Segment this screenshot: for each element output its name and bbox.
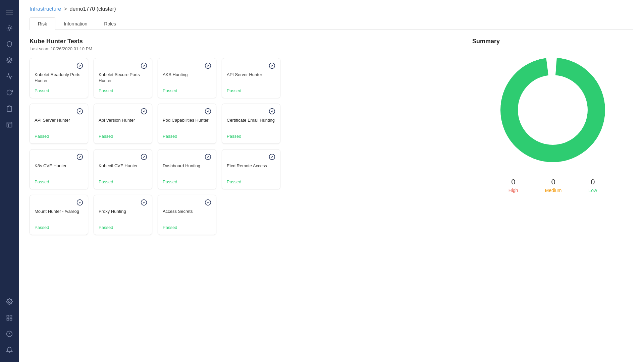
test-card[interactable]: AKS Hunting Passed <box>158 58 216 98</box>
clipboard-icon[interactable] <box>3 102 16 115</box>
card-header <box>35 62 83 69</box>
bell-icon[interactable] <box>3 343 16 357</box>
card-title: API Server Hunter <box>35 117 83 130</box>
card-header <box>163 154 211 160</box>
shield-icon[interactable] <box>3 38 16 51</box>
card-title: API Server Hunter <box>227 72 275 84</box>
svg-rect-12 <box>10 315 12 317</box>
chart-icon[interactable] <box>3 70 16 83</box>
card-header <box>35 199 83 206</box>
card-title: Kubectl CVE Hunter <box>99 163 147 175</box>
donut-chart-container <box>472 53 633 167</box>
check-circle-icon <box>205 199 211 206</box>
card-status: Passed <box>227 134 275 139</box>
test-card[interactable]: Kubelet Secure Ports Hunter Passed <box>94 58 152 98</box>
card-title: Kubelet Readonly Ports Hunter <box>35 72 83 84</box>
card-status: Passed <box>99 179 147 184</box>
section-title: Kube Hunter Tests <box>30 38 459 45</box>
card-header <box>227 108 275 115</box>
check-circle-icon <box>76 154 83 160</box>
card-status: Passed <box>163 88 211 93</box>
section-subtitle: Last scan: 10/26/2020 01:10 PM <box>30 46 459 51</box>
test-card[interactable]: Dashboard Hunting Passed <box>158 149 216 189</box>
test-card[interactable]: Certificate Email Hunting Passed <box>222 104 280 144</box>
menu-icon[interactable] <box>3 5 16 19</box>
medium-value: 0 <box>551 178 555 186</box>
test-card[interactable]: Kubelet Readonly Ports Hunter Passed <box>30 58 88 98</box>
test-card[interactable]: API Server Hunter Passed <box>222 58 280 98</box>
tab-roles[interactable]: Roles <box>96 17 124 30</box>
settings-icon[interactable] <box>3 295 16 308</box>
card-status: Passed <box>163 179 211 184</box>
check-circle-icon <box>205 62 211 69</box>
test-card[interactable]: Proxy Hunting Passed <box>94 195 152 235</box>
main-content: Infrastructure > demo1770 (cluster) Risk… <box>19 0 644 362</box>
svg-rect-0 <box>6 10 13 10</box>
card-title: Etcd Remote Access <box>227 163 275 175</box>
svg-rect-11 <box>7 315 9 317</box>
content-area: Kube Hunter Tests Last scan: 10/26/2020 … <box>19 30 644 362</box>
home-icon[interactable] <box>3 21 16 35</box>
svg-rect-2 <box>6 14 13 14</box>
svg-rect-1 <box>6 12 13 12</box>
info-bottom-icon[interactable] <box>3 327 16 341</box>
card-status: Passed <box>35 134 83 139</box>
check-circle-icon <box>269 62 275 69</box>
test-card[interactable]: Etcd Remote Access Passed <box>222 149 280 189</box>
high-value: 0 <box>511 178 515 186</box>
stat-medium: 0 Medium <box>545 178 562 193</box>
card-header <box>163 62 211 69</box>
svg-point-35 <box>523 80 583 140</box>
check-circle-icon <box>141 108 147 115</box>
card-title: AKS Hunting <box>163 72 211 84</box>
test-card[interactable]: Api Version Hunter Passed <box>94 104 152 144</box>
svg-point-3 <box>8 27 11 29</box>
card-status: Passed <box>35 225 83 230</box>
card-title: Kubelet Secure Ports Hunter <box>99 72 147 84</box>
card-header <box>99 199 147 206</box>
card-status: Passed <box>227 88 275 93</box>
card-status: Passed <box>35 179 83 184</box>
test-card[interactable]: Pod Capabilities Hunter Passed <box>158 104 216 144</box>
card-title: Api Version Hunter <box>99 117 147 130</box>
test-card[interactable]: Kubectl CVE Hunter Passed <box>94 149 152 189</box>
card-header <box>163 199 211 206</box>
check-circle-icon <box>141 199 147 206</box>
left-panel: Kube Hunter Tests Last scan: 10/26/2020 … <box>30 38 459 354</box>
card-header <box>99 154 147 160</box>
test-card[interactable]: Mount Hunter - /var/log Passed <box>30 195 88 235</box>
card-status: Passed <box>35 88 83 93</box>
test-card[interactable]: API Server Hunter Passed <box>30 104 88 144</box>
card-title: K8s CVE Hunter <box>35 163 83 175</box>
low-label: Low <box>588 188 597 193</box>
test-card[interactable]: Access Secrets Passed <box>158 195 216 235</box>
stat-high: 0 High <box>508 178 518 193</box>
svg-rect-13 <box>10 318 12 320</box>
layers-icon[interactable] <box>3 54 16 67</box>
card-status: Passed <box>99 88 147 93</box>
card-header <box>35 154 83 160</box>
check-circle-icon <box>76 62 83 69</box>
check-circle-icon <box>269 154 275 160</box>
card-title: Pod Capabilities Hunter <box>163 117 211 130</box>
stats-row: 0 High 0 Medium 0 Low <box>472 178 633 193</box>
document-icon[interactable] <box>3 118 16 131</box>
card-status: Passed <box>163 134 211 139</box>
tab-risk[interactable]: Risk <box>30 17 55 30</box>
svg-rect-14 <box>7 318 9 320</box>
refresh-icon[interactable] <box>3 86 16 99</box>
tab-information[interactable]: Information <box>55 17 96 30</box>
card-status: Passed <box>99 225 147 230</box>
card-header <box>227 154 275 160</box>
breadcrumb-infrastructure[interactable]: Infrastructure <box>30 6 61 12</box>
test-card[interactable]: K8s CVE Hunter Passed <box>30 149 88 189</box>
donut-chart <box>496 53 610 167</box>
grid-icon[interactable] <box>3 311 16 324</box>
check-circle-icon <box>205 108 211 115</box>
check-circle-icon <box>76 108 83 115</box>
card-title: Access Secrets <box>163 208 211 221</box>
svg-point-10 <box>9 301 10 303</box>
check-circle-icon <box>269 108 275 115</box>
breadcrumb-current: demo1770 (cluster) <box>70 6 116 12</box>
svg-point-4 <box>7 26 12 31</box>
